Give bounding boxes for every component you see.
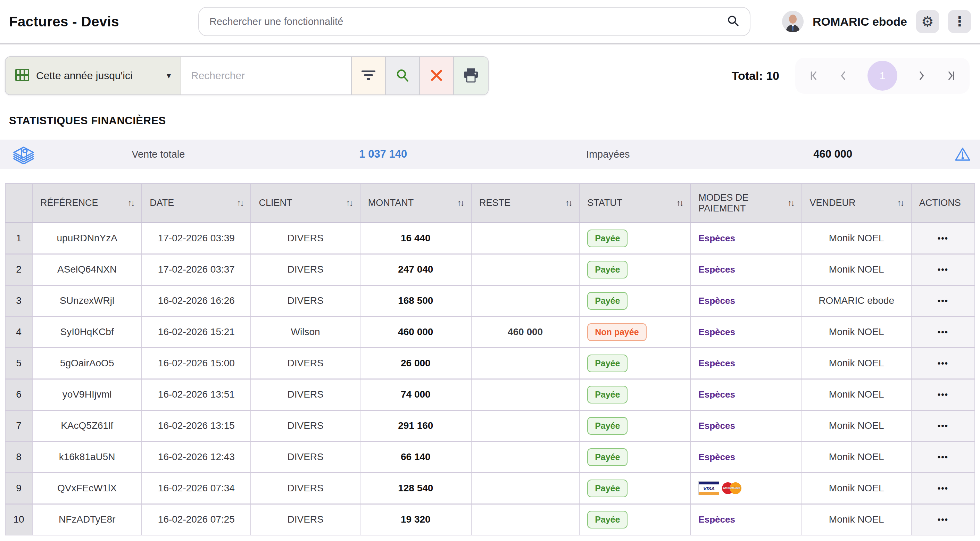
cell-date: 16-02-2026 16:26 bbox=[142, 285, 251, 316]
filter-button[interactable] bbox=[352, 57, 386, 94]
status-badge: Non payée bbox=[587, 323, 646, 341]
cell-client: Wilson bbox=[251, 316, 360, 348]
row-index: 9 bbox=[5, 473, 32, 504]
cell-vendeur: Monik NOEL bbox=[802, 473, 911, 504]
close-icon bbox=[430, 69, 443, 83]
row-actions-button[interactable]: ••• bbox=[911, 254, 975, 285]
user-name: ROMARIC ebode bbox=[813, 15, 907, 29]
cell-reste bbox=[471, 254, 579, 285]
row-actions-button[interactable]: ••• bbox=[911, 441, 975, 473]
cell-statut: Payée bbox=[579, 223, 690, 254]
sort-icon[interactable]: ↑↓ bbox=[676, 197, 682, 208]
alert-icon[interactable] bbox=[945, 147, 980, 161]
cell-reste bbox=[471, 223, 579, 254]
cell-paiement: Espèces bbox=[690, 410, 802, 441]
row-actions-button[interactable]: ••• bbox=[911, 379, 975, 410]
table-row: 4 SyI0HqKCbf 16-02-2026 15:21 Wilson 460… bbox=[5, 316, 975, 348]
payment-mode-label: Espèces bbox=[698, 358, 735, 368]
cell-reste bbox=[471, 504, 579, 535]
cell-vendeur: Monik NOEL bbox=[802, 410, 911, 441]
row-actions-button[interactable]: ••• bbox=[911, 285, 975, 316]
row-actions-button[interactable]: ••• bbox=[911, 316, 975, 348]
column-header-reference: RÉFÉRENCE↑↓ bbox=[32, 184, 142, 223]
status-badge: Payée bbox=[587, 386, 627, 404]
table-search bbox=[181, 57, 352, 94]
cell-statut: Payée bbox=[579, 285, 690, 316]
settings-button[interactable]: ⚙ bbox=[916, 10, 939, 33]
overflow-menu-button[interactable]: ⋮ bbox=[948, 10, 971, 33]
cell-reference: KAcQ5Z61lf bbox=[32, 410, 142, 441]
row-actions-button[interactable]: ••• bbox=[911, 223, 975, 254]
feature-search-input[interactable] bbox=[209, 16, 727, 27]
table-row: 10 NFzADTyE8r 16-02-2026 07:25 DIVERS 19… bbox=[5, 504, 975, 535]
cell-paiement: Espèces bbox=[690, 379, 802, 410]
cell-montant: 66 140 bbox=[360, 441, 471, 473]
cell-date: 16-02-2026 15:21 bbox=[142, 316, 251, 348]
cell-reference: 5gOairAoO5 bbox=[32, 348, 142, 379]
row-actions-button[interactable]: ••• bbox=[911, 410, 975, 441]
user-avatar[interactable] bbox=[782, 11, 803, 32]
row-actions-button[interactable]: ••• bbox=[911, 473, 975, 504]
column-header-date: DATE↑↓ bbox=[142, 184, 251, 223]
sort-icon[interactable]: ↑↓ bbox=[127, 197, 134, 208]
row-actions-button[interactable]: ••• bbox=[911, 504, 975, 535]
payment-card-logos: VISA MasterCard bbox=[698, 481, 798, 495]
cell-paiement: Espèces bbox=[690, 504, 802, 535]
sort-icon[interactable]: ↑↓ bbox=[788, 197, 794, 208]
cell-date: 16-02-2026 07:34 bbox=[142, 473, 251, 504]
row-index: 2 bbox=[5, 254, 32, 285]
cell-client: DIVERS bbox=[251, 410, 360, 441]
payment-mode-label: Espèces bbox=[698, 452, 735, 462]
sort-icon[interactable]: ↑↓ bbox=[897, 197, 903, 208]
feature-search bbox=[198, 7, 751, 36]
row-actions-button[interactable]: ••• bbox=[911, 348, 975, 379]
search-icon[interactable] bbox=[727, 14, 739, 29]
period-label: Cette année jusqu'ici bbox=[36, 70, 133, 81]
print-icon bbox=[463, 68, 479, 84]
grid-icon bbox=[15, 69, 29, 83]
row-index: 5 bbox=[5, 348, 32, 379]
cell-reference: QVxFEcW1lX bbox=[32, 473, 142, 504]
cell-client: DIVERS bbox=[251, 441, 360, 473]
period-select[interactable]: Cette année jusqu'ici ▾ bbox=[6, 57, 181, 94]
cell-vendeur: Monik NOEL bbox=[802, 379, 911, 410]
print-button[interactable] bbox=[454, 57, 488, 94]
cell-date: 16-02-2026 12:43 bbox=[142, 441, 251, 473]
clear-button[interactable] bbox=[420, 57, 454, 94]
column-header-index bbox=[5, 184, 32, 223]
status-badge: Payée bbox=[587, 511, 627, 528]
page-title: Factures - Devis bbox=[9, 14, 198, 30]
payment-mode-label: Espèces bbox=[698, 264, 735, 275]
status-badge: Payée bbox=[587, 479, 627, 497]
sort-icon[interactable]: ↑↓ bbox=[237, 197, 243, 208]
table-search-input[interactable] bbox=[191, 70, 341, 81]
row-index: 1 bbox=[5, 223, 32, 254]
cell-vendeur: Monik NOEL bbox=[802, 316, 911, 348]
cell-paiement: Espèces bbox=[690, 348, 802, 379]
last-page-button[interactable] bbox=[945, 70, 956, 81]
cell-paiement: Espèces bbox=[690, 441, 802, 473]
row-index: 10 bbox=[5, 504, 32, 535]
sort-icon[interactable]: ↑↓ bbox=[565, 197, 571, 208]
sort-icon[interactable]: ↑↓ bbox=[457, 197, 463, 208]
prev-page-button[interactable] bbox=[838, 70, 849, 81]
cell-paiement: Espèces bbox=[690, 316, 802, 348]
cell-reference: yoV9HIjvml bbox=[32, 379, 142, 410]
cell-vendeur: Monik NOEL bbox=[802, 254, 911, 285]
topbar: Factures - Devis ROMARIC ebode bbox=[0, 0, 980, 45]
sort-icon[interactable]: ↑↓ bbox=[346, 197, 352, 208]
status-badge: Payée bbox=[587, 355, 627, 372]
column-header-reste: RESTE↑↓ bbox=[471, 184, 579, 223]
cell-montant: 16 440 bbox=[360, 223, 471, 254]
status-badge: Payée bbox=[587, 417, 627, 435]
table-header-row: RÉFÉRENCE↑↓ DATE↑↓ CLIENT↑↓ MONTANT↑↓ RE… bbox=[5, 184, 975, 223]
cell-statut: Non payée bbox=[579, 316, 690, 348]
next-page-button[interactable] bbox=[916, 70, 926, 81]
first-page-button[interactable] bbox=[809, 70, 819, 81]
stat-value-vente-totale: 1 037 140 bbox=[271, 148, 496, 161]
cell-paiement: Espèces bbox=[690, 254, 802, 285]
search-button[interactable] bbox=[386, 57, 420, 94]
row-index: 6 bbox=[5, 379, 32, 410]
current-page[interactable]: 1 bbox=[867, 61, 897, 91]
gear-icon: ⚙ bbox=[921, 14, 934, 30]
